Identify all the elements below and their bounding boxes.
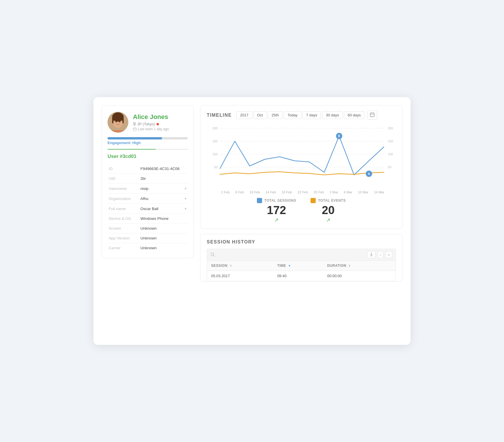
calendar-icon-small [133, 127, 137, 131]
svg-text:200: 200 [212, 126, 218, 130]
timeline-header: TIMELINE 2017Oct25thToday7 days30 days60… [207, 111, 396, 120]
table-row: IDF949663E-4C31-4C06 [108, 164, 188, 174]
last-page-button[interactable]: » [385, 251, 392, 258]
field-label: ID [108, 164, 139, 174]
sort-icon-duration: ⇕ [348, 264, 351, 267]
timeline-filter-btn[interactable]: Today [284, 111, 301, 119]
table-row: Device & OSWindows Phone [108, 214, 188, 224]
search-icon [210, 252, 215, 257]
svg-rect-14 [370, 113, 374, 117]
field-value[interactable]: nisip▾ [139, 184, 188, 194]
events-trend: ↗ [326, 217, 330, 223]
download-button[interactable] [367, 251, 375, 258]
events-color [311, 198, 316, 203]
x-label: 10 Mar [358, 190, 368, 194]
events-label: TOTAL EVENTS [318, 199, 346, 203]
chevron-down-icon: ▾ [185, 196, 187, 201]
x-label: 6 Feb [235, 190, 244, 194]
x-label: 14 Mar [374, 190, 384, 194]
field-label: Organization [108, 194, 139, 204]
field-label: Screen [108, 224, 139, 233]
chart-area: 200 150 100 50 200 150 100 50 [207, 124, 396, 188]
svg-text:A: A [368, 172, 370, 175]
main-card: Alice Jones JP (Tokyo) [93, 97, 411, 345]
svg-rect-10 [133, 128, 136, 131]
timeline-filter-btn[interactable]: 2017 [236, 111, 252, 119]
download-icon [369, 252, 373, 256]
profile-location: JP (Tokyo) [133, 122, 169, 126]
timeline-filter-btn[interactable]: 30 days [322, 111, 343, 119]
session-search-input[interactable] [217, 252, 365, 257]
session-history-title: SESSION HISTORY [207, 239, 396, 245]
svg-text:100: 100 [388, 152, 393, 156]
svg-text:100: 100 [212, 152, 218, 156]
table-row: Usernamenisip▾ [108, 184, 188, 194]
table-row: CarrierUnknown [108, 243, 188, 253]
session-toolbar-icons: › » [367, 251, 392, 258]
svg-text:150: 150 [388, 139, 393, 143]
x-label: 26 Feb [314, 190, 324, 194]
timeline-filter-btn[interactable]: 60 days [344, 111, 365, 119]
x-label: 2 Feb [221, 190, 230, 194]
x-label: 22 Feb [298, 190, 308, 194]
field-value: F949663E-4C31-4C06 [139, 164, 188, 174]
field-value[interactable]: Oscar Ball▾ [139, 204, 188, 214]
timeline-filter-btn[interactable]: 7 days [302, 111, 321, 119]
avatar [108, 112, 128, 133]
engagement-bar-wrap: Engagement: High [108, 137, 188, 145]
col-session[interactable]: SESSION ⇕ [207, 261, 273, 271]
table-row: ScreenUnknown [108, 224, 188, 233]
svg-text:50: 50 [388, 165, 391, 169]
session-duration: 00:00:00 [323, 271, 396, 281]
table-row: OrganizationAfhu▾ [108, 194, 188, 204]
profile-header: Alice Jones JP (Tokyo) [108, 112, 188, 133]
x-label: 10 Feb [249, 190, 260, 194]
svg-text:B: B [338, 135, 340, 138]
x-label: 14 Feb [266, 190, 276, 194]
user-id: User #3cd01 [108, 154, 188, 159]
divider [108, 149, 188, 150]
next-page-button[interactable]: › [378, 251, 383, 258]
legend-events: TOTAL EVENTS 20 ↗ [311, 198, 346, 223]
field-label: Username [108, 184, 139, 194]
x-label: 6 Mar [344, 190, 352, 194]
field-label: App Version [108, 233, 139, 243]
calendar-button[interactable] [367, 111, 377, 120]
engagement-label: Engagement: High [108, 141, 188, 145]
table-row: 05.03.201709:4000:00:00 [207, 271, 396, 281]
field-value: Windows Phone [139, 214, 188, 224]
col-time[interactable]: TIME ▼ [273, 261, 323, 271]
svg-point-9 [134, 123, 135, 124]
sessions-color [257, 198, 262, 203]
sort-icon-session: ⇕ [230, 264, 232, 267]
sort-icon-time: ▼ [288, 264, 291, 267]
location-icon [133, 122, 136, 126]
field-value: Unknown [139, 224, 188, 233]
engagement-bar [108, 137, 188, 139]
field-value[interactable]: Afhu▾ [139, 194, 188, 204]
sessions-trend: ↗ [274, 217, 279, 223]
online-dot [157, 123, 159, 125]
session-time: 09:40 [273, 271, 323, 281]
chevron-down-icon: ▾ [185, 206, 187, 211]
field-value: 2bi [139, 174, 188, 184]
events-value: 20 [322, 204, 335, 216]
timeline-filter-btn[interactable]: Oct [253, 111, 267, 119]
chart-x-labels: 2 Feb6 Feb10 Feb14 Feb18 Feb22 Feb26 Feb… [207, 190, 396, 194]
svg-point-6 [113, 115, 123, 122]
field-label: Full name [108, 204, 139, 214]
timeline-filter-btn[interactable]: 25th [268, 111, 283, 119]
timeline-filters: 2017Oct25thToday7 days30 days60 days [236, 111, 365, 119]
calendar-icon [370, 112, 375, 117]
svg-text:50: 50 [214, 165, 218, 169]
session-table: SESSION ⇕ TIME ▼ DURATION ⇕ 05.03.201 [207, 260, 396, 281]
table-header-row: SESSION ⇕ TIME ▼ DURATION ⇕ [207, 261, 396, 271]
table-row: Full nameOscar Ball▾ [108, 204, 188, 214]
profile-name: Alice Jones [133, 113, 169, 121]
profile-card: Alice Jones JP (Tokyo) [101, 105, 194, 258]
table-row: UID2bi [108, 174, 188, 184]
table-row: App VersionUnknown [108, 233, 188, 243]
field-value: Unknown [139, 243, 188, 253]
col-duration[interactable]: DURATION ⇕ [323, 261, 396, 271]
svg-point-34 [211, 253, 214, 256]
